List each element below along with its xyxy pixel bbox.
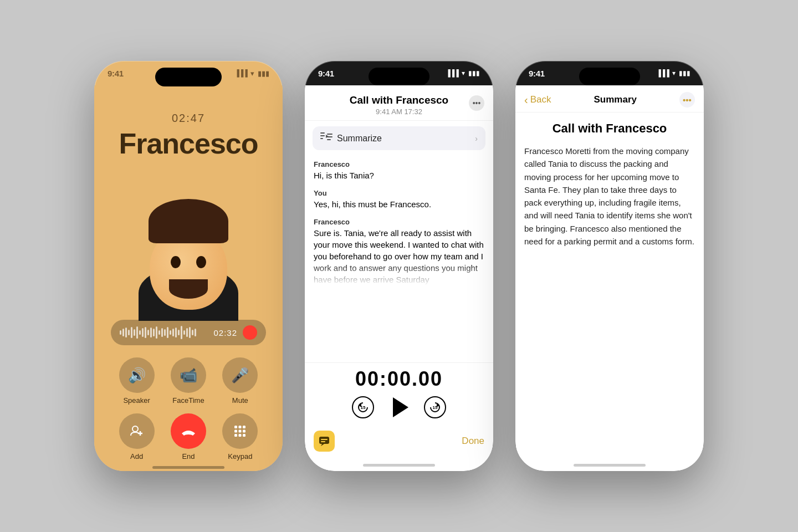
memoji-eye-left — [171, 256, 181, 268]
wifi-icon-3: ▾ — [672, 69, 676, 77]
summarize-icon — [320, 132, 332, 145]
back-button[interactable]: ‹ Back — [524, 94, 551, 106]
svg-rect-14 — [320, 138, 323, 139]
memoji-eye-right — [196, 256, 206, 268]
wave-bar — [170, 330, 171, 335]
skip-back-label: 15 — [361, 405, 366, 410]
rec-dot — [243, 325, 257, 340]
wave-bar — [156, 326, 157, 339]
wave-bar — [139, 330, 141, 335]
msg-speaker-2: You — [314, 189, 484, 197]
mute-icon-circle: 🎤 — [222, 357, 258, 393]
summary-content: Call with Francesco Francesco Moretti fr… — [515, 112, 704, 458]
skip-back-button[interactable]: 15 — [352, 396, 374, 418]
msg-speaker-3: Francesco — [314, 218, 484, 226]
svg-rect-22 — [321, 441, 325, 442]
call-name: Francesco — [119, 127, 258, 160]
status-time-2: 9:41 — [318, 69, 334, 78]
wave-bar — [186, 328, 188, 337]
keypad-icon — [232, 423, 248, 439]
summary-more-button[interactable]: ••• — [679, 92, 695, 108]
memoji-avatar — [133, 177, 244, 310]
summary-nav-title: Summary — [594, 94, 636, 105]
wave-bar — [120, 330, 121, 335]
svg-rect-5 — [243, 426, 245, 428]
svg-rect-13 — [320, 135, 325, 136]
transcript-header: Call with Francesco 9:41 AM 17:32 ••• — [305, 85, 493, 121]
summarize-button[interactable]: Summarize › — [313, 126, 485, 150]
play-button[interactable] — [393, 397, 408, 417]
call-btn-row-2: Add End — [111, 413, 266, 461]
wave-bar — [192, 330, 193, 335]
wave-bar — [189, 327, 191, 338]
svg-rect-10 — [239, 434, 242, 437]
msg-text-3: Sure is. Tania, we're all ready to assis… — [314, 227, 484, 285]
add-contact-icon — [129, 423, 145, 439]
status-time-1: 9:41 — [108, 69, 124, 78]
wave-bar — [195, 329, 196, 336]
speech-bubble-icon — [318, 435, 330, 447]
end-button[interactable]: End — [171, 413, 206, 461]
call-screen: 02:47 Francesco — [94, 85, 283, 471]
wave-bar — [128, 330, 130, 335]
wave-bar — [125, 328, 127, 337]
battery-icon-2: ▮▮▮ — [468, 69, 480, 77]
summarize-list-icon — [320, 132, 332, 142]
svg-rect-3 — [234, 426, 237, 428]
msg-speaker-1: Francesco — [314, 160, 484, 168]
call-btn-row-1: 🔊 Speaker 📹 FaceTime 🎤 Mute — [111, 357, 266, 405]
end-call-icon — [180, 422, 197, 440]
speaker-label: Speaker — [123, 396, 150, 405]
skip-forward-button[interactable]: 15 — [424, 396, 446, 418]
msg-text-1: Hi, is this Tania? — [314, 170, 484, 181]
svg-rect-9 — [234, 434, 237, 437]
wave-bar — [150, 328, 152, 337]
status-icons-2: ▐▐▐ ▾ ▮▮▮ — [446, 69, 480, 77]
recording-bar: 02:32 — [111, 320, 266, 345]
call-timer: 02:47 — [172, 112, 205, 125]
wave-bar — [175, 328, 177, 337]
facetime-button[interactable]: 📹 FaceTime — [171, 357, 206, 405]
signal-icon-2: ▐▐▐ — [446, 69, 458, 77]
svg-rect-4 — [239, 426, 242, 428]
rec-timer: 02:32 — [213, 328, 237, 337]
wave-bar — [145, 327, 146, 338]
wave-bar — [134, 329, 135, 336]
keypad-button[interactable]: Keypad — [222, 413, 258, 461]
svg-rect-15 — [327, 134, 332, 135]
transcript-icon-button[interactable] — [314, 431, 335, 452]
speaker-icon-circle: 🔊 — [119, 357, 155, 393]
dynamic-island-2 — [369, 68, 429, 85]
battery-icon: ▮▮▮ — [258, 69, 269, 78]
status-icons-3: ▐▐▐ ▾ ▮▮▮ — [656, 69, 690, 77]
svg-rect-17 — [327, 139, 331, 140]
status-time-3: 9:41 — [529, 69, 545, 78]
add-label: Add — [130, 452, 143, 461]
svg-rect-21 — [321, 439, 328, 440]
phone-summary-screen: 9:41 ▐▐▐ ▾ ▮▮▮ ‹ Back Summary ••• Call w… — [515, 61, 704, 471]
svg-rect-11 — [243, 434, 245, 437]
speaker-button[interactable]: 🔊 Speaker — [119, 357, 155, 405]
home-indicator-3 — [574, 464, 646, 467]
wave-bar — [136, 326, 138, 339]
transcript-footer: Done — [305, 425, 493, 458]
wave-bar — [158, 330, 160, 335]
home-indicator — [152, 466, 224, 469]
transcript-title: Call with Francesco — [314, 94, 484, 106]
summarize-label: Summarize — [337, 134, 475, 144]
wave-bar — [183, 330, 185, 335]
end-icon-circle — [171, 413, 206, 449]
playback-timer: 00:00.00 — [355, 367, 443, 391]
svg-rect-16 — [327, 136, 332, 137]
mute-button[interactable]: 🎤 Mute — [222, 357, 258, 405]
svg-rect-12 — [320, 132, 325, 134]
wave-bar — [181, 326, 182, 339]
svg-rect-6 — [234, 430, 237, 433]
transcript-message-2: You Yes, hi, this must be Francesco. — [314, 189, 484, 210]
transcript-message-1: Francesco Hi, is this Tania? — [314, 160, 484, 181]
more-options-button[interactable]: ••• — [469, 95, 484, 111]
add-button[interactable]: Add — [119, 413, 155, 461]
transcript-message-3: Francesco Sure is. Tania, we're all read… — [314, 218, 484, 285]
keypad-icon-circle — [222, 413, 258, 449]
done-button[interactable]: Done — [462, 436, 484, 447]
